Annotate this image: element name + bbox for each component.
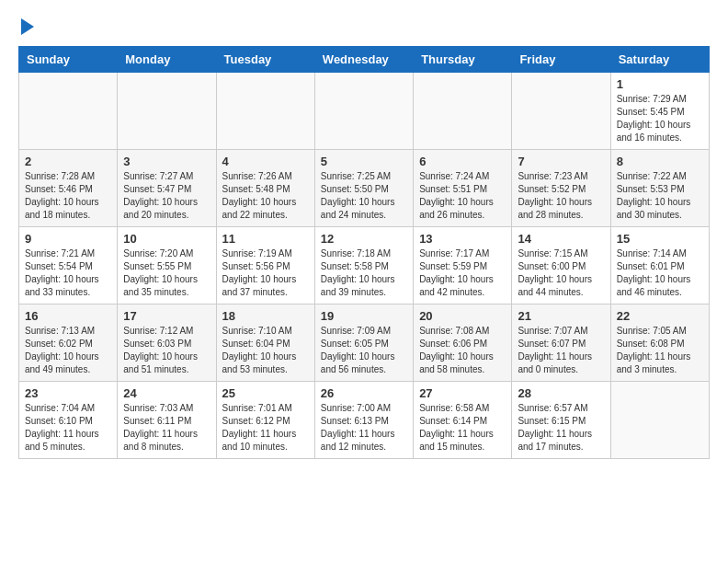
calendar-cell: 20Sunrise: 7:08 AM Sunset: 6:06 PM Dayli…	[414, 304, 512, 382]
calendar-header-sunday: Sunday	[19, 47, 118, 73]
calendar-cell: 24Sunrise: 7:03 AM Sunset: 6:11 PM Dayli…	[118, 382, 216, 459]
calendar-cell: 12Sunrise: 7:18 AM Sunset: 5:58 PM Dayli…	[314, 227, 413, 304]
calendar-cell: 10Sunrise: 7:20 AM Sunset: 5:55 PM Dayli…	[118, 227, 216, 304]
day-number: 13	[419, 232, 506, 246]
calendar-cell: 25Sunrise: 7:01 AM Sunset: 6:12 PM Dayli…	[216, 382, 314, 459]
day-number: 15	[617, 232, 703, 246]
day-number: 9	[25, 232, 111, 246]
calendar-cell: 16Sunrise: 7:13 AM Sunset: 6:02 PM Dayli…	[19, 304, 118, 382]
day-number: 17	[123, 309, 210, 323]
page: SundayMondayTuesdayWednesdayThursdayFrid…	[0, 0, 728, 477]
calendar-cell: 22Sunrise: 7:05 AM Sunset: 6:08 PM Dayli…	[610, 304, 709, 382]
day-number: 11	[222, 232, 309, 246]
calendar-cell: 19Sunrise: 7:09 AM Sunset: 6:05 PM Dayli…	[314, 304, 413, 382]
calendar-header-monday: Monday	[118, 47, 216, 73]
day-number: 21	[518, 309, 604, 323]
day-number: 27	[419, 386, 506, 400]
calendar-cell: 4Sunrise: 7:26 AM Sunset: 5:48 PM Daylig…	[216, 150, 314, 227]
day-number: 16	[25, 309, 111, 323]
day-number: 6	[419, 155, 506, 168]
day-info: Sunrise: 7:18 AM Sunset: 5:58 PM Dayligh…	[321, 247, 407, 299]
calendar-cell: 17Sunrise: 7:12 AM Sunset: 6:03 PM Dayli…	[118, 304, 216, 382]
calendar-cell: 6Sunrise: 7:24 AM Sunset: 5:51 PM Daylig…	[414, 150, 512, 227]
day-number: 20	[419, 309, 506, 323]
day-info: Sunrise: 7:25 AM Sunset: 5:50 PM Dayligh…	[321, 170, 407, 222]
calendar-cell: 15Sunrise: 7:14 AM Sunset: 6:01 PM Dayli…	[610, 227, 709, 304]
calendar-cell	[414, 73, 512, 150]
calendar-week-3: 9Sunrise: 7:21 AM Sunset: 5:54 PM Daylig…	[19, 227, 710, 304]
calendar-cell: 27Sunrise: 6:58 AM Sunset: 6:14 PM Dayli…	[414, 382, 512, 459]
day-number: 25	[222, 386, 309, 400]
calendar-cell	[118, 73, 216, 150]
calendar-cell: 11Sunrise: 7:19 AM Sunset: 5:56 PM Dayli…	[216, 227, 314, 304]
calendar-header-saturday: Saturday	[610, 47, 709, 73]
logo-arrow-icon	[21, 18, 34, 35]
day-info: Sunrise: 7:19 AM Sunset: 5:56 PM Dayligh…	[222, 247, 309, 299]
day-info: Sunrise: 7:10 AM Sunset: 6:04 PM Dayligh…	[222, 325, 309, 376]
calendar-cell: 2Sunrise: 7:28 AM Sunset: 5:46 PM Daylig…	[19, 150, 118, 227]
day-info: Sunrise: 7:29 AM Sunset: 5:45 PM Dayligh…	[617, 93, 703, 144]
calendar-cell: 7Sunrise: 7:23 AM Sunset: 5:52 PM Daylig…	[512, 150, 610, 227]
day-info: Sunrise: 7:17 AM Sunset: 5:59 PM Dayligh…	[419, 247, 506, 299]
logo-line1	[18, 18, 34, 35]
day-info: Sunrise: 7:13 AM Sunset: 6:02 PM Dayligh…	[25, 325, 111, 376]
day-number: 24	[123, 386, 210, 400]
calendar-cell: 26Sunrise: 7:00 AM Sunset: 6:13 PM Dayli…	[314, 382, 413, 459]
day-number: 10	[123, 232, 210, 246]
day-info: Sunrise: 7:03 AM Sunset: 6:11 PM Dayligh…	[123, 402, 210, 454]
day-info: Sunrise: 7:14 AM Sunset: 6:01 PM Dayligh…	[617, 247, 703, 299]
calendar-week-2: 2Sunrise: 7:28 AM Sunset: 5:46 PM Daylig…	[19, 150, 710, 227]
logo	[18, 18, 34, 35]
calendar-cell: 14Sunrise: 7:15 AM Sunset: 6:00 PM Dayli…	[512, 227, 610, 304]
day-number: 14	[518, 232, 604, 246]
calendar-cell: 21Sunrise: 7:07 AM Sunset: 6:07 PM Dayli…	[512, 304, 610, 382]
calendar-cell: 5Sunrise: 7:25 AM Sunset: 5:50 PM Daylig…	[314, 150, 413, 227]
day-number: 3	[123, 155, 210, 168]
calendar-week-5: 23Sunrise: 7:04 AM Sunset: 6:10 PM Dayli…	[19, 382, 710, 459]
day-info: Sunrise: 7:05 AM Sunset: 6:08 PM Dayligh…	[617, 325, 703, 376]
calendar-week-1: 1Sunrise: 7:29 AM Sunset: 5:45 PM Daylig…	[19, 73, 710, 150]
day-info: Sunrise: 7:26 AM Sunset: 5:48 PM Dayligh…	[222, 170, 309, 222]
day-info: Sunrise: 6:58 AM Sunset: 6:14 PM Dayligh…	[419, 402, 506, 454]
day-number: 7	[518, 155, 604, 168]
day-number: 18	[222, 309, 309, 323]
day-info: Sunrise: 7:15 AM Sunset: 6:00 PM Dayligh…	[518, 247, 604, 299]
day-number: 2	[25, 155, 111, 168]
calendar-cell	[216, 73, 314, 150]
day-info: Sunrise: 7:28 AM Sunset: 5:46 PM Dayligh…	[25, 170, 111, 222]
day-number: 5	[321, 155, 407, 168]
calendar-header-tuesday: Tuesday	[216, 47, 314, 73]
day-number: 26	[321, 386, 407, 400]
day-info: Sunrise: 7:09 AM Sunset: 6:05 PM Dayligh…	[321, 325, 407, 376]
calendar-cell	[314, 73, 413, 150]
day-number: 8	[617, 155, 703, 168]
day-number: 12	[321, 232, 407, 246]
calendar-header-row: SundayMondayTuesdayWednesdayThursdayFrid…	[19, 47, 710, 73]
day-info: Sunrise: 7:21 AM Sunset: 5:54 PM Dayligh…	[25, 247, 111, 299]
day-info: Sunrise: 7:07 AM Sunset: 6:07 PM Dayligh…	[518, 325, 604, 376]
day-number: 4	[222, 155, 309, 168]
calendar-week-4: 16Sunrise: 7:13 AM Sunset: 6:02 PM Dayli…	[19, 304, 710, 382]
calendar-cell	[610, 382, 709, 459]
day-number: 1	[617, 77, 703, 91]
calendar-cell: 8Sunrise: 7:22 AM Sunset: 5:53 PM Daylig…	[610, 150, 709, 227]
calendar-cell: 9Sunrise: 7:21 AM Sunset: 5:54 PM Daylig…	[19, 227, 118, 304]
calendar-cell	[19, 73, 118, 150]
calendar-cell: 13Sunrise: 7:17 AM Sunset: 5:59 PM Dayli…	[414, 227, 512, 304]
header	[18, 18, 710, 35]
calendar: SundayMondayTuesdayWednesdayThursdayFrid…	[18, 46, 710, 459]
day-info: Sunrise: 7:20 AM Sunset: 5:55 PM Dayligh…	[123, 247, 210, 299]
day-info: Sunrise: 7:22 AM Sunset: 5:53 PM Dayligh…	[617, 170, 703, 222]
calendar-header-friday: Friday	[512, 47, 610, 73]
calendar-header-thursday: Thursday	[414, 47, 512, 73]
calendar-cell: 28Sunrise: 6:57 AM Sunset: 6:15 PM Dayli…	[512, 382, 610, 459]
day-info: Sunrise: 7:04 AM Sunset: 6:10 PM Dayligh…	[25, 402, 111, 454]
calendar-cell: 3Sunrise: 7:27 AM Sunset: 5:47 PM Daylig…	[118, 150, 216, 227]
day-info: Sunrise: 7:23 AM Sunset: 5:52 PM Dayligh…	[518, 170, 604, 222]
day-number: 28	[518, 386, 604, 400]
day-info: Sunrise: 7:12 AM Sunset: 6:03 PM Dayligh…	[123, 325, 210, 376]
calendar-cell: 23Sunrise: 7:04 AM Sunset: 6:10 PM Dayli…	[19, 382, 118, 459]
day-info: Sunrise: 7:01 AM Sunset: 6:12 PM Dayligh…	[222, 402, 309, 454]
day-info: Sunrise: 7:00 AM Sunset: 6:13 PM Dayligh…	[321, 402, 407, 454]
day-info: Sunrise: 7:27 AM Sunset: 5:47 PM Dayligh…	[123, 170, 210, 222]
